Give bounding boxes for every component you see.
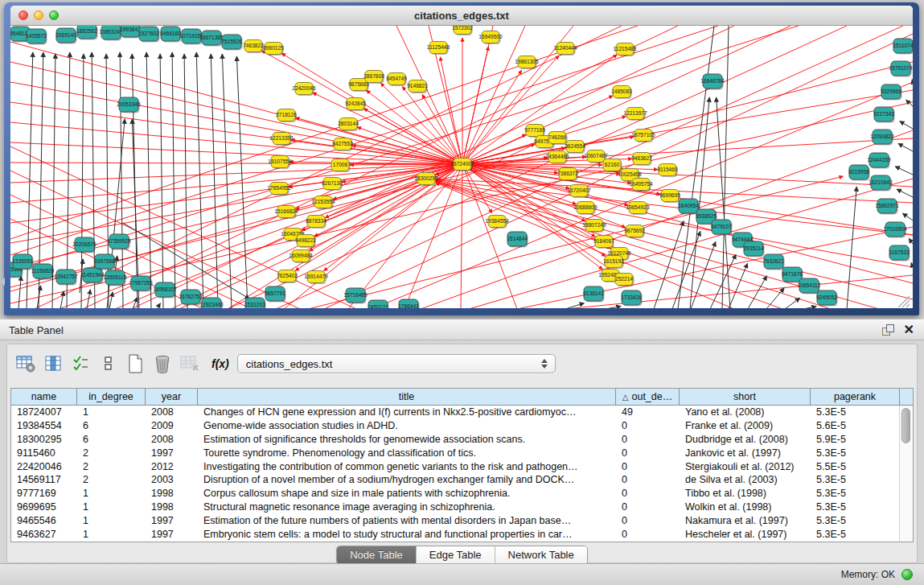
graph-node[interactable]: 8878334 [306, 216, 326, 229]
graph-node[interactable]: 9146821 [407, 80, 428, 94]
graph-node[interactable]: 15751074 [889, 61, 913, 77]
graph-node[interactable]: 17359928 [107, 234, 131, 250]
graph-node[interactable]: 1786441 [398, 299, 419, 308]
graph-node[interactable]: 1615192 [603, 256, 624, 270]
graph-node[interactable]: 8960125 [263, 43, 284, 56]
graph-node[interactable]: 1511074 [893, 39, 913, 55]
graph-node[interactable]: 19384554 [485, 216, 509, 229]
graph-node[interactable]: 17654952 [267, 183, 291, 196]
column-header-in_degree[interactable]: in_degree [77, 389, 146, 405]
graph-node[interactable]: 15166824 [274, 206, 298, 220]
graph-node[interactable]: 12153554 [311, 196, 335, 210]
graph-node[interactable]: 9463627 [631, 153, 652, 167]
graph-node[interactable]: 18300295 [414, 173, 438, 187]
graph-node[interactable]: 18807249 [582, 220, 606, 233]
graph-node[interactable]: 11156829 [31, 264, 55, 280]
graph-node[interactable]: 2718126 [276, 109, 297, 123]
graph-node[interactable]: 13505115 [104, 270, 127, 286]
row-validation-button[interactable] [68, 352, 92, 375]
graph-node[interactable]: 1572302 [452, 26, 473, 35]
tab-edge-table[interactable]: Edge Table [417, 546, 495, 564]
graph-node[interactable]: 1167533 [889, 245, 910, 262]
column-header-out_de[interactable]: △out_de… [616, 389, 680, 405]
graph-node[interactable]: 15892971 [875, 199, 899, 215]
table-row[interactable]: 1456911722003Disruption of a novel membe… [11, 473, 913, 487]
graph-node[interactable]: 2935114 [743, 241, 764, 257]
graph-node[interactable]: 1882562 [76, 26, 97, 40]
table-row[interactable]: 969969511998Structural magnetic resonanc… [11, 501, 913, 514]
graph-node[interactable]: 15716485 [343, 288, 368, 304]
graph-node[interactable]: 12213393 [269, 133, 294, 146]
table-row[interactable]: 946362711997Embryonic stem cells: a mode… [11, 527, 913, 541]
tab-network-table[interactable]: Network Table [495, 546, 587, 564]
minimize-window-button[interactable] [34, 10, 43, 20]
graph-node[interactable]: 8267130 [322, 178, 343, 192]
graph-node[interactable]: 19861305 [515, 56, 539, 70]
column-header-title[interactable]: title [198, 389, 616, 405]
graph-node[interactable]: 1405572 [26, 29, 47, 45]
graph-node[interactable]: 16099484 [289, 250, 313, 264]
graph-node[interactable]: 16210643 [869, 175, 893, 192]
table-scrollbar[interactable] [899, 406, 913, 542]
graph-node[interactable]: 3624554 [565, 141, 585, 154]
graph-node[interactable]: 7625402 [277, 270, 298, 284]
column-header-short[interactable]: short [680, 389, 811, 405]
graph-node[interactable]: 7463822 [243, 40, 264, 54]
graph-node[interactable]: 10654112 [798, 278, 821, 295]
close-window-button[interactable] [18, 10, 28, 20]
table-row[interactable]: 1872400712008Changes of HCN gene express… [11, 406, 913, 419]
table-row[interactable]: 977716911998Corpus callosum shape and si… [11, 487, 913, 501]
graph-node[interactable]: 2803144 [338, 118, 359, 132]
canvas-resize-grip[interactable] [898, 296, 910, 307]
graph-node[interactable]: 9184067 [593, 236, 614, 249]
graph-node[interactable]: 7386372 [557, 168, 578, 182]
graph-node[interactable]: 8454749 [386, 73, 407, 87]
graph-node[interactable]: 2867608 [363, 71, 384, 84]
graph-node[interactable]: 16720407 [567, 185, 591, 199]
graph-node[interactable]: 17016504 [883, 222, 907, 238]
show-columns-button[interactable] [41, 352, 65, 375]
graph-node[interactable]: 9115460 [657, 164, 678, 178]
function-builder-button[interactable]: f(x) [211, 357, 229, 370]
graph-node[interactable]: 13942757 [54, 270, 78, 286]
graph-node[interactable]: 2450121 [368, 300, 388, 308]
graph-node[interactable]: 1335051 [12, 254, 33, 270]
graph-node[interactable]: 6136141 [583, 286, 604, 303]
table-row[interactable]: 946554611997Estimation of the future num… [11, 513, 913, 527]
graph-node[interactable]: 9498222 [295, 235, 316, 249]
graph-node[interactable]: 16949500 [478, 31, 503, 45]
graph-node[interactable]: 20053346 [117, 97, 141, 113]
graph-node[interactable]: 1733426 [621, 290, 642, 307]
graph-node[interactable]: 22420046 [292, 83, 316, 97]
column-header-name[interactable]: name [11, 389, 77, 405]
graph-node[interactable]: 7632621 [763, 254, 784, 270]
graph-node[interactable]: 9329966 [881, 84, 901, 101]
network-canvas[interactable]: 9548117140557220691401882562108532471993… [10, 26, 913, 308]
graph-node[interactable]: 9857791 [265, 286, 285, 303]
column-header-pagerank[interactable]: pagerank [811, 389, 900, 405]
graph-node[interactable]: 16958107 [153, 282, 177, 299]
graph-node[interactable]: 11125448 [427, 42, 450, 56]
new-document-button[interactable] [123, 352, 147, 375]
graph-node[interactable]: 20206576 [72, 237, 97, 253]
graph-node[interactable]: 12444159 [867, 153, 891, 169]
graph-node[interactable]: 18757105 [631, 130, 655, 143]
graph-node[interactable]: 12923448 [199, 298, 224, 308]
table-row[interactable]: 1830029562008Estimation of significance … [11, 433, 913, 447]
graph-node[interactable]: 1527602 [138, 27, 159, 43]
graph-node[interactable]: 17957253 [129, 276, 153, 292]
table-row[interactable]: 2242004622012Investigating the contribut… [11, 459, 913, 473]
graph-node[interactable]: 6479107 [711, 220, 732, 236]
trash-button[interactable] [150, 352, 175, 375]
graph-node[interactable]: 12093822 [870, 130, 894, 146]
scrollbar-thumb[interactable] [901, 408, 910, 443]
close-panel-icon[interactable]: ✕ [904, 324, 914, 336]
graph-node[interactable]: 9227343 [873, 107, 894, 123]
graph-node[interactable]: 252214 [615, 274, 634, 287]
graph-node[interactable]: 1531203 [244, 298, 265, 308]
float-panel-icon[interactable] [882, 324, 894, 336]
table-selector-dropdown[interactable]: citations_edges.txt [237, 354, 556, 373]
graph-node[interactable]: 1514844 [507, 232, 528, 248]
graph-node[interactable]: 19654923 [626, 202, 650, 216]
graph-node[interactable]: 16648784 [700, 74, 725, 90]
